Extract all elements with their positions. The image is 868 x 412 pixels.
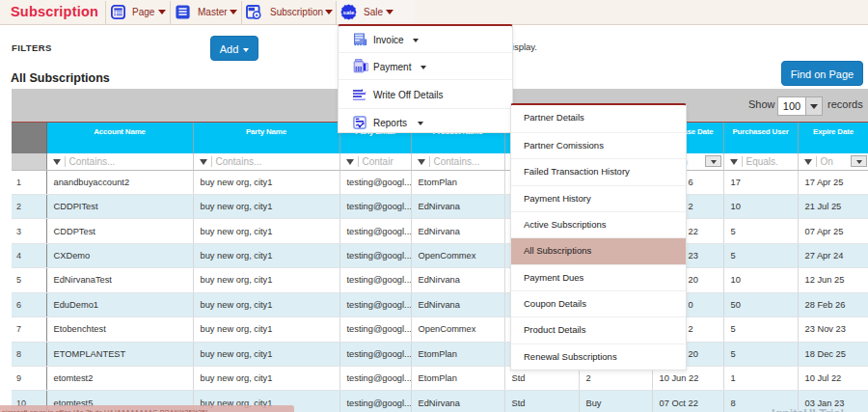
svg-text:sale: sale (343, 9, 356, 15)
